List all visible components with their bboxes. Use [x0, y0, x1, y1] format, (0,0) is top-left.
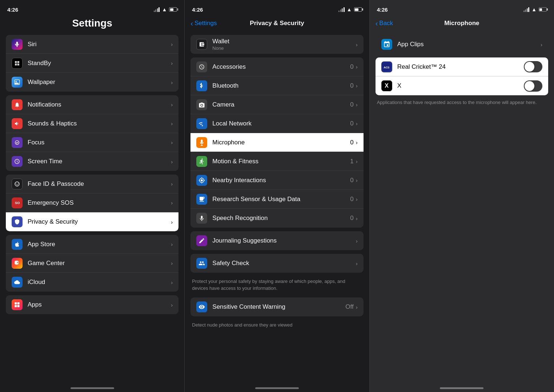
camera-value: 0 — [350, 101, 353, 108]
siri-chevron: › — [171, 41, 173, 47]
icloud-label: iCloud — [28, 279, 171, 286]
settings-item-icloud[interactable]: iCloud › — [6, 273, 178, 292]
standby-icon — [12, 58, 23, 69]
time-right: 4:26 — [377, 7, 388, 13]
safety-chevron: › — [356, 260, 358, 267]
notifications-chevron: › — [171, 101, 173, 108]
appstore-label: App Store — [28, 241, 171, 248]
wifi-icon-mid: ▲ — [347, 7, 352, 12]
settings-item-apps[interactable]: Apps › — [6, 295, 178, 314]
sensitive-desc-text: Detect nude photos and ensure they are v… — [192, 322, 292, 328]
settings-item-privacy[interactable]: Privacy & Security › — [6, 212, 178, 231]
privacy-group-sensitive: Sensitive Content Warning Off › — [190, 297, 363, 316]
screentime-label: Screen Time — [28, 158, 171, 165]
standby-text: StandBy — [28, 60, 171, 67]
focus-label: Focus — [28, 139, 171, 146]
privacy-item-sensitive[interactable]: Sensitive Content Warning Off › — [190, 297, 363, 316]
cricket-toggle[interactable] — [524, 61, 542, 72]
privacy-item-safety[interactable]: Safety Check › — [190, 254, 363, 273]
back-label-right: Back — [379, 20, 393, 27]
privacy-item-research[interactable]: Research Sensor & Usage Data 0 › — [190, 190, 363, 209]
settings-group3: Face ID & Passcode › SOS Emergency SOS › — [6, 175, 178, 231]
microphone-apps-group: ACS Real Cricket™ 24 X X — [376, 57, 548, 95]
cricket-toggle-knob — [525, 62, 534, 72]
accessories-label: Accessories — [212, 63, 350, 71]
bluetooth-icon — [196, 80, 207, 91]
privacy-group-safety: Safety Check › — [190, 254, 363, 273]
settings-group2: Notifications › Sounds & Haptics › — [6, 95, 178, 171]
settings-item-gamecenter[interactable]: Game Center › — [6, 254, 178, 273]
privacy-item-localnetwork[interactable]: Local Network 0 › — [190, 114, 363, 133]
svg-rect-9 — [15, 305, 17, 307]
settings-item-screentime[interactable]: Screen Time › — [6, 152, 178, 171]
privacy-item-journaling[interactable]: Journaling Suggestions › — [190, 231, 363, 250]
speech-label: Speech Recognition — [212, 215, 350, 222]
time-left: 4:26 — [7, 7, 18, 13]
settings-item-emergency[interactable]: SOS Emergency SOS › — [6, 193, 178, 212]
notifications-label: Notifications — [28, 101, 171, 108]
svg-rect-11 — [201, 139, 203, 143]
nearby-icon — [196, 175, 207, 186]
settings-item-faceid[interactable]: Face ID & Passcode › — [6, 175, 178, 193]
privacy-item-accessories[interactable]: Accessories 0 › — [190, 57, 363, 76]
svg-rect-3 — [17, 63, 19, 65]
accessories-icon — [196, 61, 207, 72]
wallpaper-chevron: › — [171, 79, 173, 85]
privacy-item-microphone[interactable]: Microphone 0 › — [190, 133, 363, 152]
safety-description: Protect your personal safety by staying … — [185, 276, 369, 297]
privacy-item-motion[interactable]: Motion & Fitness 1 › — [190, 152, 363, 171]
microphone-label-mid: Microphone — [212, 139, 350, 146]
microphone-item-appclips[interactable]: App Clips › — [376, 35, 548, 54]
wallpaper-text: Wallpaper — [28, 79, 171, 86]
microphone-item-x[interactable]: X X — [376, 76, 548, 95]
apps-label: Apps — [28, 301, 171, 308]
settings-item-focus[interactable]: Focus › — [6, 133, 178, 152]
settings-item-standby[interactable]: StandBy › — [6, 54, 178, 73]
settings-item-siri[interactable]: Siri › — [6, 35, 178, 54]
journaling-chevron: › — [356, 238, 358, 244]
settings-item-wallpaper[interactable]: Wallpaper › — [6, 73, 178, 92]
research-label: Research Sensor & Usage Data — [212, 196, 350, 203]
privacy-icon — [12, 216, 23, 227]
battery-icon-mid — [354, 7, 362, 12]
appstore-chevron: › — [171, 241, 173, 247]
back-button-right[interactable]: ‹ Back — [376, 20, 393, 27]
localnetwork-icon — [196, 118, 207, 129]
signal-icon-mid — [338, 7, 345, 12]
microphone-title: Microphone — [444, 20, 479, 27]
sensitive-chevron: › — [356, 304, 358, 310]
notifications-icon — [12, 99, 23, 110]
nearby-label: Nearby Interactions — [212, 177, 350, 184]
status-bar-mid: 4:26 ▲ — [185, 0, 369, 16]
privacy-item-bluetooth[interactable]: Bluetooth 0 › — [190, 76, 363, 95]
screentime-chevron: › — [171, 159, 173, 165]
motion-icon — [196, 156, 207, 167]
home-indicator-right — [440, 387, 483, 389]
settings-item-appstore[interactable]: App Store › — [6, 235, 178, 254]
bluetooth-label: Bluetooth — [212, 82, 350, 89]
wallpaper-icon — [12, 77, 23, 88]
back-label-mid: Settings — [194, 20, 217, 27]
privacy-item-nearby[interactable]: Nearby Interactions 0 › — [190, 171, 363, 190]
settings-item-notifications[interactable]: Notifications › — [6, 95, 178, 114]
icloud-icon — [12, 277, 23, 288]
signal-icon — [154, 7, 160, 12]
back-button-mid[interactable]: ‹ Settings — [190, 20, 217, 27]
settings-item-sounds[interactable]: Sounds & Haptics › — [6, 114, 178, 133]
privacy-item-wallet[interactable]: Wallet None › — [190, 35, 363, 54]
privacy-item-camera[interactable]: Camera 0 › — [190, 95, 363, 114]
svg-text:SOS: SOS — [15, 201, 20, 205]
svg-rect-10 — [17, 305, 20, 307]
journaling-icon — [196, 235, 207, 246]
privacy-title: Privacy & Security — [250, 20, 304, 27]
settings-group1: Siri › StandBy › — [6, 35, 178, 92]
privacy-item-speech[interactable]: Speech Recognition 0 › — [190, 209, 363, 228]
cricket-app-icon: ACS — [381, 61, 392, 72]
gamecenter-label: Game Center — [28, 260, 171, 267]
x-toggle[interactable] — [524, 80, 542, 92]
svg-text:ACS: ACS — [384, 65, 390, 69]
appclips-label: App Clips — [397, 41, 541, 48]
microphone-item-realcricket[interactable]: ACS Real Cricket™ 24 — [376, 57, 548, 76]
apps-chevron: › — [171, 302, 173, 308]
safety-icon — [196, 258, 207, 269]
